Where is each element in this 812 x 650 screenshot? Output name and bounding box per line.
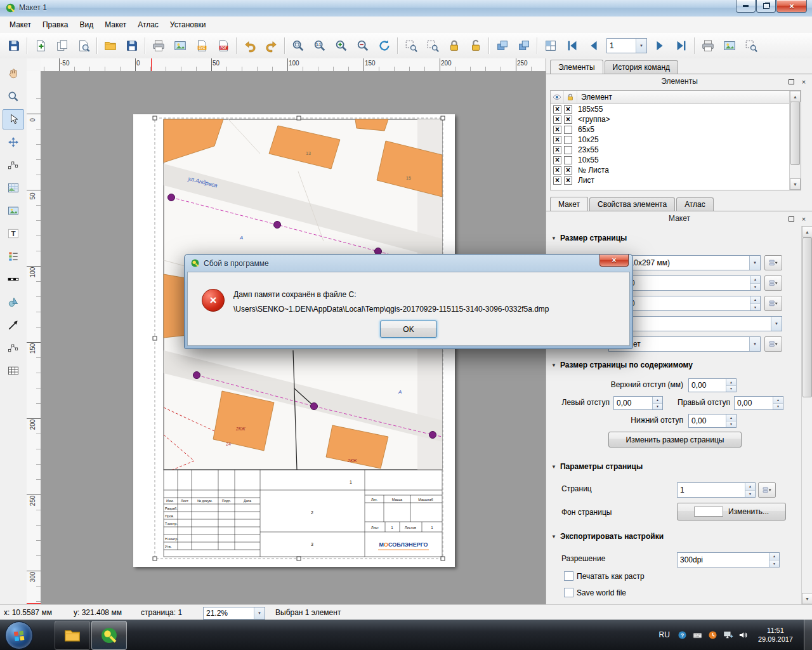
zoom-actual-button[interactable] [309, 36, 331, 56]
close-panel-button[interactable]: × [799, 214, 809, 224]
spin-up-button[interactable]: ▲ [653, 397, 662, 403]
atlas-preview-button[interactable] [740, 36, 762, 56]
start-button[interactable] [5, 621, 33, 649]
group-page-params[interactable]: ▼Параметры страницы [551, 461, 797, 472]
minimize-button[interactable] [736, 0, 756, 13]
atlas-export-button[interactable] [719, 36, 740, 56]
spin-down-button[interactable]: ▼ [750, 283, 760, 291]
save-world-file-checkbox[interactable] [564, 588, 573, 597]
add-scalebar-tool-button[interactable] [3, 269, 24, 289]
edit-nodes-tool-button[interactable] [3, 155, 24, 175]
item-column-header[interactable]: Элемент [577, 93, 612, 102]
lock-checkbox[interactable] [564, 136, 572, 144]
load-template-button[interactable] [100, 36, 121, 56]
scroll-up-button[interactable]: ▲ [790, 91, 801, 102]
spin-down-button[interactable]: ▼ [726, 385, 736, 392]
data-defined-button[interactable] [764, 296, 782, 311]
close-panel-button[interactable]: × [799, 77, 809, 87]
left-margin-input[interactable] [614, 397, 652, 409]
scrollbar-thumb[interactable] [790, 102, 800, 165]
show-desktop-button[interactable] [804, 620, 812, 650]
zoom-tool-button[interactable] [3, 86, 24, 107]
spin-up-button[interactable]: ▲ [769, 553, 779, 560]
save-project-button[interactable] [3, 36, 25, 56]
raise-items-button[interactable] [492, 36, 513, 56]
resize-page-button[interactable]: Изменить размер страницы [608, 432, 742, 448]
tab-composition[interactable]: Макет [550, 197, 588, 211]
visibility-checkbox[interactable]: × [553, 126, 561, 134]
taskbar-clock[interactable]: 11:51 29.09.2017 [753, 626, 798, 644]
menu-view[interactable]: Вид [74, 18, 100, 32]
print-as-raster-checkbox[interactable] [564, 571, 573, 581]
lock-checkbox[interactable] [564, 156, 572, 164]
scroll-up-button[interactable]: ▲ [802, 226, 812, 237]
add-arrow-tool-button[interactable] [3, 315, 24, 335]
right-margin-input[interactable] [735, 397, 773, 409]
units-select[interactable]: мм ▼ [608, 316, 782, 331]
zoom-full-button[interactable] [287, 36, 309, 56]
menu-settings[interactable]: Установки [164, 18, 211, 32]
visibility-checkbox[interactable]: × [553, 176, 561, 185]
ok-button[interactable]: OK [380, 321, 437, 338]
atlas-settings-button[interactable] [540, 36, 561, 56]
list-item[interactable]: ××<группа> [551, 114, 790, 124]
data-defined-button[interactable] [758, 482, 776, 498]
menu-atlas[interactable]: Атлас [132, 18, 164, 32]
lock-column-header[interactable] [564, 91, 577, 103]
list-item[interactable]: ××№ Листа [551, 165, 790, 175]
redo-button[interactable] [261, 36, 282, 56]
atlas-page-input[interactable] [607, 39, 636, 53]
dialog-titlebar[interactable]: Сбой в программе [185, 255, 638, 272]
atlas-next-button[interactable] [649, 36, 671, 56]
spin-up-button[interactable]: ▲ [750, 276, 760, 283]
print-button[interactable] [148, 36, 169, 56]
spin-down-button[interactable]: ▼ [726, 421, 736, 428]
add-table-tool-button[interactable] [3, 361, 24, 381]
scroll-down-button[interactable]: ▼ [802, 593, 812, 604]
dialog-close-button[interactable]: × [599, 255, 629, 267]
list-item[interactable]: ×23x55 [551, 145, 790, 155]
spin-up-button[interactable]: ▲ [773, 397, 783, 403]
visibility-column-header[interactable] [551, 91, 564, 103]
help-tray-icon[interactable] [677, 630, 688, 640]
panel-scrollbar[interactable]: ▲ ▼ [801, 226, 812, 604]
spin-down-button[interactable]: ▼ [773, 403, 783, 410]
pan-tool-button[interactable] [3, 63, 24, 84]
visibility-checkbox[interactable]: × [553, 156, 561, 164]
atlas-first-button[interactable] [561, 36, 583, 56]
composer-manager-button[interactable] [73, 36, 95, 56]
add-map-tool-button[interactable] [3, 178, 24, 198]
taskbar-qgis-button[interactable] [91, 621, 127, 650]
add-label-tool-button[interactable] [3, 223, 24, 244]
group-page-size[interactable]: ▼Размер страницы [551, 232, 797, 244]
list-item[interactable]: ×65x5 [551, 124, 790, 135]
list-item[interactable]: ×10x25 [551, 135, 790, 145]
data-defined-button[interactable] [764, 255, 782, 270]
export-image-button[interactable] [169, 36, 191, 56]
add-shape-tool-button[interactable] [3, 292, 24, 312]
tab-atlas[interactable]: Атлас [676, 197, 714, 211]
data-defined-button[interactable] [764, 275, 782, 291]
group-export-settings[interactable]: ▼Экспортировать настройки [551, 531, 797, 542]
lock-checkbox[interactable]: × [564, 176, 572, 185]
select-item-tool-button[interactable] [3, 109, 24, 129]
float-panel-button[interactable] [786, 214, 796, 224]
spin-down-button[interactable]: ▼ [653, 403, 662, 410]
zoom-to-selection-button[interactable] [400, 36, 422, 56]
tab-items[interactable]: Элементы [550, 60, 603, 74]
zoom-out-button[interactable] [352, 36, 374, 56]
unlock-items-button[interactable] [465, 36, 487, 56]
spin-up-button[interactable]: ▲ [750, 296, 760, 303]
lock-checkbox[interactable] [564, 126, 572, 134]
taskbar-explorer-button[interactable] [55, 621, 90, 650]
visibility-checkbox[interactable]: × [553, 136, 561, 144]
save-template-button[interactable] [121, 36, 143, 56]
spin-up-button[interactable]: ▲ [745, 483, 755, 490]
menu-edit[interactable]: Правка [37, 18, 74, 32]
data-defined-button[interactable] [764, 336, 782, 352]
volume-tray-icon[interactable] [738, 630, 749, 640]
tab-command-history[interactable]: История команд [605, 60, 678, 74]
restore-button[interactable] [756, 0, 776, 13]
group-resize-to-content[interactable]: ▼Размер страницы по содержимому [551, 359, 797, 371]
lock-checkbox[interactable] [564, 146, 572, 154]
